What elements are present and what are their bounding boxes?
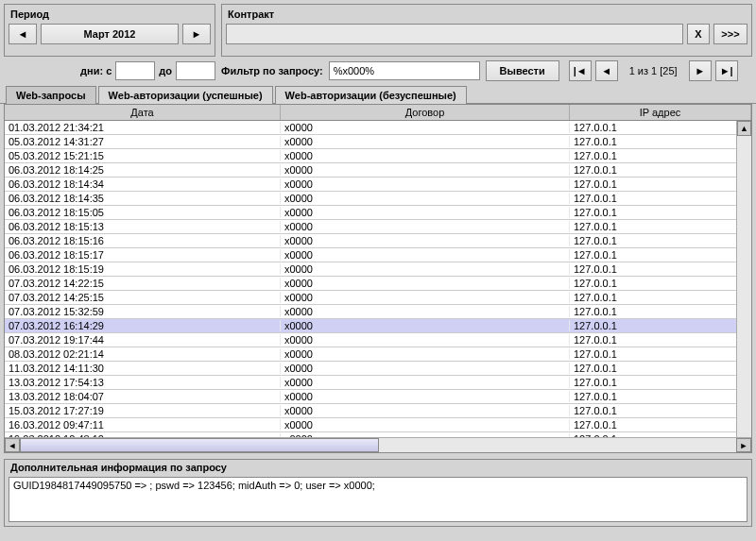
- table-row[interactable]: 06.03.2012 18:14:25x0000127.0.0.1: [5, 163, 751, 178]
- tab-2[interactable]: Web-авторизации (безуспешные): [275, 86, 467, 104]
- prev-month-button[interactable]: ◄: [9, 24, 37, 44]
- cell-contract: x0000: [281, 433, 570, 437]
- contract-panel: Контракт X >>>: [221, 4, 752, 57]
- cell-ip: 127.0.0.1: [570, 419, 751, 431]
- detail-panel: Дополнительная информация по запросу GUI…: [4, 459, 752, 527]
- cell-contract: x0000: [281, 320, 570, 331]
- table-row[interactable]: 16.03.2012 09:47:11x0000127.0.0.1: [5, 418, 751, 432]
- pager-first-button[interactable]: |◄: [569, 60, 592, 81]
- table-row[interactable]: 06.03.2012 18:14:34x0000127.0.0.1: [5, 178, 751, 192]
- cell-contract: x0000: [281, 306, 570, 317]
- table-row[interactable]: 07.03.2012 14:25:15x0000127.0.0.1: [5, 291, 751, 305]
- col-header-ip[interactable]: IP адрес: [570, 105, 751, 120]
- cell-date: 06.03.2012 18:15:16: [5, 235, 281, 246]
- table-row[interactable]: 07.03.2012 16:14:29x0000127.0.0.1: [5, 319, 751, 333]
- pager-last-button[interactable]: ►|: [715, 60, 738, 81]
- detail-body: GUID1984817449095750 => ; pswd => 123456…: [9, 477, 747, 522]
- cell-ip: 127.0.0.1: [570, 193, 751, 204]
- cell-ip: 127.0.0.1: [570, 334, 751, 346]
- horizontal-scrollbar[interactable]: ◄ ►: [5, 437, 751, 452]
- table-row[interactable]: 06.03.2012 18:15:16x0000127.0.0.1: [5, 234, 751, 248]
- period-panel: Период ◄ Март 2012 ►: [4, 4, 215, 57]
- table-row[interactable]: 07.03.2012 15:32:59x0000127.0.0.1: [5, 305, 751, 319]
- cell-date: 07.03.2012 16:14:29: [5, 320, 281, 331]
- cell-date: 07.03.2012 19:17:44: [5, 334, 281, 346]
- cell-date: 06.03.2012 18:15:17: [5, 249, 281, 261]
- cell-ip: 127.0.0.1: [570, 348, 751, 360]
- cell-ip: 127.0.0.1: [570, 363, 751, 374]
- table-row[interactable]: 06.03.2012 18:15:19x0000127.0.0.1: [5, 262, 751, 277]
- cell-contract: x0000: [281, 193, 570, 204]
- days-from-label: дни: с: [80, 65, 112, 76]
- cell-date: 06.03.2012 18:14:34: [5, 178, 281, 190]
- table-row[interactable]: 05.03.2012 15:21:15x0000127.0.0.1: [5, 149, 751, 163]
- cell-ip: 127.0.0.1: [570, 150, 751, 161]
- cell-date: 07.03.2012 14:25:15: [5, 292, 281, 303]
- scroll-right-icon[interactable]: ►: [736, 438, 751, 452]
- period-title: Период: [9, 7, 211, 24]
- contract-display: [226, 24, 683, 44]
- pager: |◄ ◄ 1 из 1 [25] ► ►|: [569, 60, 738, 81]
- table-row[interactable]: 13.03.2012 18:04:07x0000127.0.0.1: [5, 390, 751, 404]
- cell-contract: x0000: [281, 292, 570, 303]
- table-row[interactable]: 07.03.2012 14:22:15x0000127.0.0.1: [5, 277, 751, 291]
- col-header-date[interactable]: Дата: [5, 105, 281, 120]
- cell-ip: 127.0.0.1: [570, 405, 751, 416]
- col-header-contract[interactable]: Договор: [281, 105, 570, 120]
- filter-label: Фильтр по запросу:: [221, 65, 323, 76]
- scroll-up-icon[interactable]: ▲: [737, 121, 751, 136]
- cell-ip: 127.0.0.1: [570, 292, 751, 303]
- tab-1[interactable]: Web-авторизации (успешные): [98, 86, 273, 104]
- pager-prev-button[interactable]: ◄: [595, 60, 618, 81]
- table-row[interactable]: 13.03.2012 17:54:13x0000127.0.0.1: [5, 376, 751, 390]
- cell-contract: x0000: [281, 136, 570, 147]
- table-row[interactable]: 07.03.2012 19:17:44x0000127.0.0.1: [5, 333, 751, 347]
- cell-date: 05.03.2012 15:21:15: [5, 150, 281, 161]
- cell-contract: x0000: [281, 122, 570, 133]
- browse-contract-button[interactable]: >>>: [713, 24, 747, 44]
- detail-title: Дополнительная информация по запросу: [5, 460, 751, 475]
- cell-ip: 127.0.0.1: [570, 122, 751, 133]
- cell-date: 06.03.2012 18:15:13: [5, 221, 281, 232]
- pager-text: 1 из 1 [25]: [622, 65, 685, 76]
- cell-ip: 127.0.0.1: [570, 391, 751, 402]
- cell-date: 19.03.2012 12:48:12: [5, 433, 281, 437]
- scroll-left-icon[interactable]: ◄: [5, 438, 20, 452]
- table-row[interactable]: 06.03.2012 18:15:17x0000127.0.0.1: [5, 248, 751, 262]
- cell-date: 05.03.2012 14:31:27: [5, 136, 281, 147]
- table-row[interactable]: 08.03.2012 02:21:14x0000127.0.0.1: [5, 347, 751, 362]
- next-month-button[interactable]: ►: [182, 24, 211, 44]
- cell-contract: x0000: [281, 348, 570, 360]
- cell-contract: x0000: [281, 405, 570, 416]
- table-row[interactable]: 06.03.2012 18:15:05x0000127.0.0.1: [5, 206, 751, 220]
- cell-contract: x0000: [281, 391, 570, 402]
- cell-ip: 127.0.0.1: [570, 249, 751, 261]
- cell-ip: 127.0.0.1: [570, 377, 751, 388]
- cell-contract: x0000: [281, 363, 570, 374]
- pager-next-button[interactable]: ►: [689, 60, 712, 81]
- table-row[interactable]: 06.03.2012 18:14:35x0000127.0.0.1: [5, 192, 751, 206]
- cell-date: 13.03.2012 18:04:07: [5, 391, 281, 402]
- month-button[interactable]: Март 2012: [41, 24, 179, 44]
- table-row[interactable]: 01.03.2012 21:34:21x0000127.0.0.1: [5, 121, 751, 135]
- cell-contract: x0000: [281, 221, 570, 232]
- table-row[interactable]: 15.03.2012 17:27:19x0000127.0.0.1: [5, 404, 751, 418]
- clear-contract-button[interactable]: X: [687, 24, 710, 44]
- vertical-scrollbar[interactable]: ▲: [736, 121, 751, 437]
- table-row[interactable]: 06.03.2012 18:15:13x0000127.0.0.1: [5, 220, 751, 234]
- output-button[interactable]: Вывести: [486, 60, 559, 81]
- days-to-input[interactable]: [176, 61, 215, 80]
- cell-date: 01.03.2012 21:34:21: [5, 122, 281, 133]
- table-row[interactable]: 11.03.2012 14:11:30x0000127.0.0.1: [5, 362, 751, 376]
- cell-date: 06.03.2012 18:15:05: [5, 207, 281, 218]
- cell-contract: x0000: [281, 249, 570, 261]
- days-from-input[interactable]: [115, 61, 155, 80]
- table-row[interactable]: 19.03.2012 12:48:12x0000127.0.0.1: [5, 432, 751, 437]
- scroll-thumb[interactable]: [20, 438, 379, 452]
- table-row[interactable]: 05.03.2012 14:31:27x0000127.0.0.1: [5, 135, 751, 149]
- cell-ip: 127.0.0.1: [570, 178, 751, 190]
- days-to-label: до: [159, 65, 172, 76]
- filter-input[interactable]: [329, 61, 480, 80]
- cell-date: 07.03.2012 15:32:59: [5, 306, 281, 317]
- tab-0[interactable]: Web-запросы: [6, 86, 96, 104]
